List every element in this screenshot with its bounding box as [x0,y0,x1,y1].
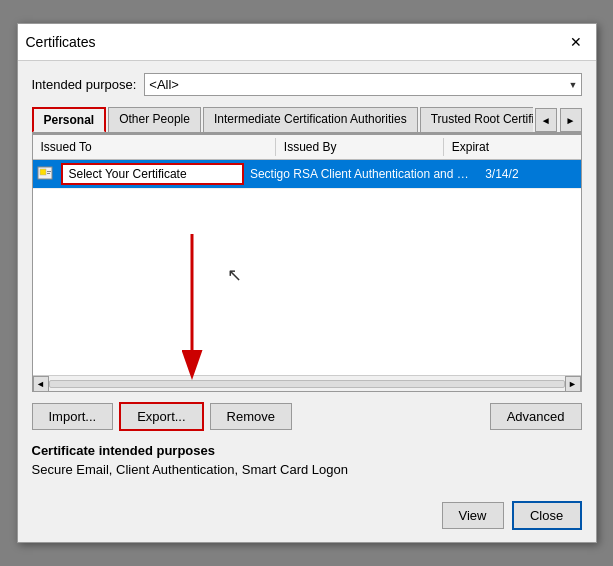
tabs-container: Personal Other People Intermediate Certi… [32,106,582,134]
certificate-icon [37,166,57,182]
dialog-title: Certificates [26,34,96,50]
scroll-left-button[interactable]: ◄ [33,376,49,392]
intended-purpose-label: Intended purpose: [32,77,137,92]
cert-info-value: Secure Email, Client Authentication, Sma… [32,462,582,477]
col-issued-by: Issued By [276,138,444,156]
view-button[interactable]: View [442,502,504,529]
horizontal-scrollbar[interactable]: ◄ ► [33,375,581,391]
advanced-button[interactable]: Advanced [490,403,582,430]
dialog-body: Intended purpose: <All> Personal Other P… [18,61,596,542]
cert-info-label: Certificate intended purposes [32,443,582,458]
col-issued-to: Issued To [33,138,276,156]
intended-purpose-select-wrapper: <All> [144,73,581,96]
action-buttons: Import... Export... Remove Advanced [32,402,582,431]
tab-trusted-root[interactable]: Trusted Root Certification [420,107,533,132]
intended-purpose-select[interactable]: <All> [144,73,581,96]
svg-rect-2 [47,171,51,172]
cell-expiry: 3/14/2 [479,165,580,183]
tab-nav-arrows: ◄ ► [533,108,582,132]
title-bar-left: Certificates [26,34,96,50]
certificates-dialog: Certificates ✕ Intended purpose: <All> P… [17,23,597,543]
tab-personal[interactable]: Personal [32,107,107,132]
tab-intermediate-ca[interactable]: Intermediate Certification Authorities [203,107,418,132]
tab-prev-button[interactable]: ◄ [535,108,557,132]
cell-issued-by: Sectigo RSA Client Authentication and Se… [244,165,479,183]
certificate-table: Issued To Issued By Expirat [32,134,582,392]
tab-next-button[interactable]: ► [560,108,582,132]
bottom-buttons: View Close [32,501,582,530]
table-row[interactable]: Select Your Certificate Sectigo RSA Clie… [33,160,581,189]
tabs-scroll: Personal Other People Intermediate Certi… [32,106,533,132]
remove-button[interactable]: Remove [210,403,292,430]
scrollbar-track[interactable] [49,380,565,388]
tab-other-people[interactable]: Other People [108,107,201,132]
close-button[interactable]: Close [512,501,582,530]
import-button[interactable]: Import... [32,403,114,430]
tab-next-icon: ► [566,115,576,126]
content-wrapper: Issued To Issued By Expirat [32,134,582,530]
tab-prev-icon: ◄ [541,115,551,126]
svg-rect-3 [47,173,50,174]
title-bar: Certificates ✕ [18,24,596,61]
col-expiry: Expirat [444,138,581,156]
dialog-close-button[interactable]: ✕ [564,30,588,54]
table-header: Issued To Issued By Expirat [33,135,581,160]
export-button[interactable]: Export... [119,402,203,431]
close-icon: ✕ [570,34,582,50]
intended-purpose-row: Intended purpose: <All> [32,73,582,96]
cert-info-section: Certificate intended purposes Secure Ema… [32,443,582,489]
svg-rect-1 [40,169,46,175]
scroll-right-button[interactable]: ► [565,376,581,392]
cell-issued-to[interactable]: Select Your Certificate [61,163,244,185]
table-body: Select Your Certificate Sectigo RSA Clie… [33,160,581,375]
